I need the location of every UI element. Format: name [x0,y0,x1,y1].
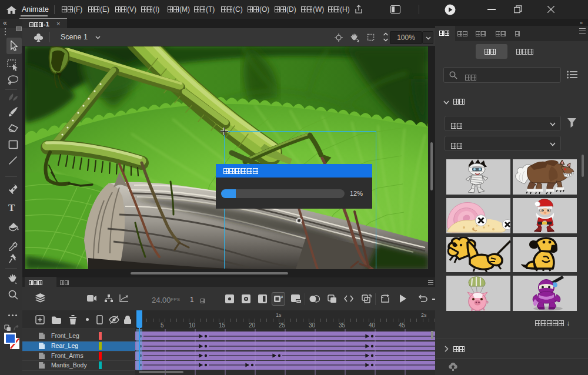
svg-text:A: A [280,294,283,300]
